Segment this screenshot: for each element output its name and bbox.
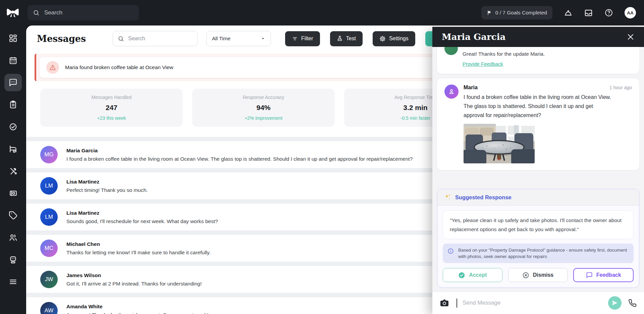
attachment-photo[interactable]: [464, 124, 535, 163]
stat-label: Avg Response Time: [394, 95, 436, 100]
phone-icon[interactable]: [628, 299, 637, 307]
suggested-response-header: Suggested Response: [437, 189, 639, 206]
settings-button-label: Settings: [389, 36, 409, 42]
page-title: Messages: [37, 34, 91, 44]
person-icon: [448, 88, 455, 95]
stat-delta: -0.5 min faster: [400, 115, 430, 121]
dismiss-label: Dismiss: [533, 272, 553, 278]
accept-label: Accept: [469, 272, 487, 278]
text-caret: [457, 299, 457, 308]
search-icon: [118, 36, 124, 42]
hamburger-menu-icon: [9, 277, 17, 286]
flag-icon: [487, 10, 492, 16]
info-icon: [447, 248, 454, 254]
suggested-response-card: Suggested Response "Yes, please clean it…: [437, 189, 639, 288]
stat-delta: +23 this week: [97, 115, 126, 121]
dashboard-icon: [9, 34, 17, 43]
search-icon: [33, 9, 40, 16]
inbox-icon[interactable]: [584, 8, 593, 17]
global-search[interactable]: [28, 5, 139, 20]
time-filter-value: All Time: [212, 36, 230, 42]
avatar: MG: [40, 146, 58, 163]
sidebar-item-calendar[interactable]: [4, 52, 22, 69]
suggested-response-title: Suggested Response: [455, 194, 512, 201]
crossed-tools-icon: [9, 167, 17, 175]
sidebar-item-payments[interactable]: [4, 185, 22, 202]
avatar: JW: [40, 271, 58, 288]
help-icon[interactable]: [604, 8, 613, 17]
provide-feedback-link[interactable]: Provide Feedback: [463, 61, 503, 67]
message-composer: [432, 292, 644, 314]
sidebar-item-approvals[interactable]: [4, 118, 22, 136]
stat-value: 247: [106, 104, 117, 112]
stat-card-messages-handled: Messages Handled 247 +23 this week: [40, 89, 183, 127]
guidance-note-text: Based on your "Property Damage Protocol"…: [458, 247, 629, 260]
incoming-message-card: Maria 1 hour ago I found a broken coffee…: [437, 78, 639, 170]
stat-value: 94%: [256, 104, 270, 112]
test-button-label: Test: [346, 36, 356, 42]
sidebar-nav: [0, 25, 26, 314]
sidebar-item-automation[interactable]: [4, 251, 22, 268]
avatar: LM: [40, 177, 58, 195]
sidebar-item-pricing[interactable]: [4, 207, 22, 224]
filter-button-label: Filter: [301, 36, 313, 42]
message-timestamp: 1 hour ago: [609, 85, 632, 90]
bunk-bed-icon: [9, 145, 17, 153]
banknote-icon: [9, 189, 17, 198]
app-logo-bow-icon[interactable]: [5, 7, 20, 19]
sidebar-item-menu[interactable]: [4, 273, 22, 291]
conversation-header: Maria Garcia: [432, 27, 644, 47]
user-avatar[interactable]: AA: [625, 7, 636, 18]
send-button[interactable]: [608, 296, 622, 310]
dismiss-button[interactable]: Dismiss: [508, 268, 568, 282]
previous-message-card: Great! Thanks for the update Maria. Prov…: [437, 47, 639, 74]
sidebar-item-maintenance[interactable]: [4, 162, 22, 180]
tag-icon: [9, 211, 17, 220]
filter-button[interactable]: Filter: [285, 31, 320, 46]
filter-icon: [292, 36, 298, 42]
sidebar-item-dashboard[interactable]: [4, 30, 22, 47]
global-search-input[interactable]: [44, 9, 133, 16]
close-icon[interactable]: [627, 33, 635, 41]
conversation-scroll-area[interactable]: Great! Thanks for the update Maria. Prov…: [432, 47, 644, 292]
stat-label: Response Accuracy: [243, 95, 284, 100]
message-text: I found a broken coffee table in the liv…: [464, 93, 611, 120]
feedback-button[interactable]: Feedback: [573, 268, 634, 282]
stat-label: Messages Handled: [92, 95, 132, 100]
sidebar-item-properties[interactable]: [4, 140, 22, 158]
goals-label: 0 / 7 Goals Completed: [495, 10, 547, 16]
calendar-icon: [9, 56, 17, 65]
accept-button[interactable]: Accept: [443, 268, 502, 282]
avatar: [444, 85, 459, 99]
feedback-label: Feedback: [596, 272, 621, 278]
conversation-panel: Maria Garcia Great! Thanks for the updat…: [432, 27, 644, 314]
stat-value: 3.2 min: [403, 104, 427, 112]
robot-icon: [9, 255, 17, 264]
clipboard-list-icon: [9, 100, 17, 109]
settings-button[interactable]: Settings: [373, 31, 415, 46]
messages-search-input[interactable]: [127, 35, 193, 42]
sparkles-icon: [444, 194, 451, 201]
previous-message-text: Great! Thanks for the update Maria.: [463, 51, 631, 57]
sidebar-item-tasks[interactable]: [4, 96, 22, 113]
suggested-response-text: "Yes, please clean it up safely and take…: [443, 210, 634, 239]
guidance-note: Based on your "Property Damage Protocol"…: [443, 244, 634, 263]
send-icon: [612, 300, 618, 306]
alert-text: Maria found broken coffee table at Ocean…: [65, 64, 173, 70]
sidebar-item-messages[interactable]: [4, 74, 22, 91]
sidebar-item-team[interactable]: [4, 229, 22, 246]
chevron-down-icon: [261, 37, 265, 41]
x-circle-icon: [522, 272, 529, 279]
messages-search[interactable]: [113, 31, 198, 46]
time-filter-dropdown[interactable]: All Time: [206, 31, 271, 46]
bell-icon[interactable]: [564, 8, 573, 17]
message-sender: Maria: [464, 85, 478, 91]
goals-progress-badge[interactable]: 0 / 7 Goals Completed: [481, 6, 552, 19]
users-icon: [9, 233, 17, 242]
check-circle-filled-icon: [458, 272, 465, 279]
test-button[interactable]: Test: [330, 31, 363, 46]
camera-icon[interactable]: [440, 299, 449, 307]
send-message-input[interactable]: [462, 299, 603, 307]
avatar: LM: [40, 208, 58, 226]
conversation-title: Maria Garcia: [442, 32, 505, 42]
